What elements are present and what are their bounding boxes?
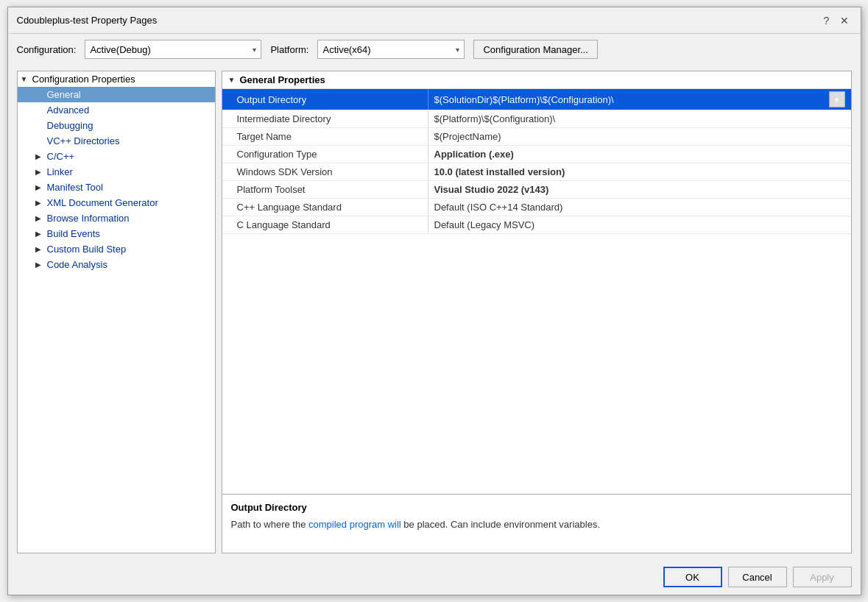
ok-button[interactable]: OK <box>663 567 722 587</box>
expand-icon-build-events: ▶ <box>35 230 44 238</box>
sidebar-item-label-general: General <box>47 89 81 100</box>
help-button[interactable]: ? <box>819 13 834 28</box>
table-row[interactable]: Platform ToolsetVisual Studio 2022 (v143… <box>222 181 851 199</box>
prop-name: Windows SDK Version <box>222 163 428 180</box>
sidebar-item-manifest-tool[interactable]: ▶Manifest Tool <box>18 180 215 195</box>
info-title: Output Directory <box>231 502 842 513</box>
expand-icon-cpp: ▶ <box>35 152 44 160</box>
sidebar-item-label-build-events: Build Events <box>47 228 100 239</box>
sidebar-item-label-manifest-tool: Manifest Tool <box>47 182 103 193</box>
expand-icon-xml-doc: ▶ <box>35 199 44 207</box>
prop-dropdown-btn[interactable]: ▾ <box>829 91 845 107</box>
config-manager-button[interactable]: Configuration Manager... <box>473 40 597 59</box>
sidebar-item-vc-directories[interactable]: VC++ Directories <box>18 133 215 149</box>
config-dropdown[interactable]: Active(Debug) ▾ <box>85 40 261 59</box>
prop-value: Application (.exe) <box>428 146 851 163</box>
table-row[interactable]: Intermediate Directory$(Platform)\$(Conf… <box>222 110 851 128</box>
close-button[interactable]: ✕ <box>837 13 852 28</box>
platform-dropdown-arrow: ▾ <box>456 46 459 54</box>
prop-name: Target Name <box>222 128 428 145</box>
properties-area: ▼ General Properties Output Directory$(S… <box>222 71 851 494</box>
section-title: General Properties <box>239 74 325 85</box>
expand-icon-manifest-tool: ▶ <box>35 183 44 191</box>
sidebar-item-linker[interactable]: ▶Linker <box>18 164 215 180</box>
prop-name: C++ Language Standard <box>222 199 428 216</box>
sidebar-item-label-custom-build: Custom Build Step <box>47 244 127 255</box>
prop-name: Configuration Type <box>222 146 428 163</box>
prop-name: C Language Standard <box>222 216 428 233</box>
tree-root-label: Configuration Properties <box>32 74 135 85</box>
info-text: Path to where the compiled program will … <box>231 517 842 532</box>
right-panel: ▼ General Properties Output Directory$(S… <box>222 71 852 553</box>
config-value: Active(Debug) <box>90 44 150 55</box>
config-label: Configuration: <box>17 44 77 55</box>
prop-value: 10.0 (latest installed version) <box>428 163 851 180</box>
title-bar: Cdoubleplus-test Property Pages ? ✕ <box>8 7 861 34</box>
table-row[interactable]: Configuration TypeApplication (.exe) <box>222 146 851 163</box>
sidebar-item-label-vc-directories: VC++ Directories <box>47 135 120 146</box>
expand-icon-code-analysis: ▶ <box>35 261 44 269</box>
platform-dropdown[interactable]: Active(x64) ▾ <box>317 40 465 59</box>
platform-label: Platform: <box>270 44 308 55</box>
prop-name: Intermediate Directory <box>222 110 428 127</box>
sidebar-item-browse-info[interactable]: ▶Browse Information <box>18 210 215 226</box>
prop-value: $(ProjectName) <box>428 128 851 145</box>
sidebar-item-label-debugging: Debugging <box>47 120 93 131</box>
sidebar-item-build-events[interactable]: ▶Build Events <box>18 226 215 241</box>
tree-items: GeneralAdvancedDebuggingVC++ Directories… <box>18 87 215 272</box>
prop-value: $(SolutionDir)$(Platform)\$(Configuratio… <box>428 89 851 110</box>
info-text-after: be placed. Can include environment varia… <box>401 519 600 530</box>
main-content: ▼ Configuration Properties GeneralAdvanc… <box>8 65 861 559</box>
sidebar-item-label-code-analysis: Code Analysis <box>47 259 107 270</box>
sidebar-item-label-browse-info: Browse Information <box>47 213 130 224</box>
cancel-button[interactable]: Cancel <box>728 567 787 587</box>
expand-icon-linker: ▶ <box>35 168 44 176</box>
table-row[interactable]: C Language StandardDefault (Legacy MSVC) <box>222 216 851 234</box>
table-row[interactable]: C++ Language StandardDefault (ISO C++14 … <box>222 199 851 216</box>
sidebar-item-debugging[interactable]: Debugging <box>18 118 215 133</box>
section-header: ▼ General Properties <box>222 71 851 89</box>
table-row[interactable]: Target Name$(ProjectName) <box>222 128 851 146</box>
left-panel: ▼ Configuration Properties GeneralAdvanc… <box>17 71 216 553</box>
section-expand-icon: ▼ <box>228 76 236 84</box>
info-text-before: Path to where the <box>231 519 309 530</box>
sidebar-item-advanced[interactable]: Advanced <box>18 102 215 118</box>
root-expand-icon: ▼ <box>21 75 29 83</box>
tree-root[interactable]: ▼ Configuration Properties <box>18 71 215 87</box>
sidebar-item-label-xml-doc: XML Document Generator <box>47 197 158 208</box>
sidebar-item-label-linker: Linker <box>47 166 73 177</box>
prop-name: Output Directory <box>222 89 428 110</box>
config-row: Configuration: Active(Debug) ▾ Platform:… <box>8 34 861 65</box>
title-bar-buttons: ? ✕ <box>819 13 852 28</box>
prop-name: Platform Toolset <box>222 181 428 198</box>
info-text-link: compiled program will <box>308 519 401 530</box>
sidebar-item-code-analysis[interactable]: ▶Code Analysis <box>18 257 215 272</box>
prop-value: $(Platform)\$(Configuration)\ <box>428 110 851 127</box>
expand-icon-browse-info: ▶ <box>35 214 44 222</box>
expand-icon-custom-build: ▶ <box>35 245 44 253</box>
property-pages-dialog: Cdoubleplus-test Property Pages ? ✕ Conf… <box>7 7 861 595</box>
table-row[interactable]: Output Directory$(SolutionDir)$(Platform… <box>222 89 851 110</box>
platform-value: Active(x64) <box>322 44 370 55</box>
properties-list: Output Directory$(SolutionDir)$(Platform… <box>222 89 851 234</box>
bottom-bar: OK Cancel Apply <box>8 559 861 595</box>
sidebar-item-general[interactable]: General <box>18 87 215 102</box>
dialog-title: Cdoubleplus-test Property Pages <box>17 15 158 26</box>
sidebar-item-label-advanced: Advanced <box>47 105 90 116</box>
sidebar-item-label-cpp: C/C++ <box>47 151 75 162</box>
info-panel: Output Directory Path to where the compi… <box>222 494 851 553</box>
sidebar-item-xml-doc[interactable]: ▶XML Document Generator <box>18 195 215 210</box>
prop-value: Default (Legacy MSVC) <box>428 216 851 233</box>
prop-value: Default (ISO C++14 Standard) <box>428 199 851 216</box>
sidebar-item-custom-build[interactable]: ▶Custom Build Step <box>18 241 215 257</box>
sidebar-item-cpp[interactable]: ▶C/C++ <box>18 149 215 164</box>
apply-button[interactable]: Apply <box>793 567 852 587</box>
table-row[interactable]: Windows SDK Version10.0 (latest installe… <box>222 163 851 181</box>
config-dropdown-arrow: ▾ <box>253 46 256 54</box>
prop-value: Visual Studio 2022 (v143) <box>428 181 851 198</box>
